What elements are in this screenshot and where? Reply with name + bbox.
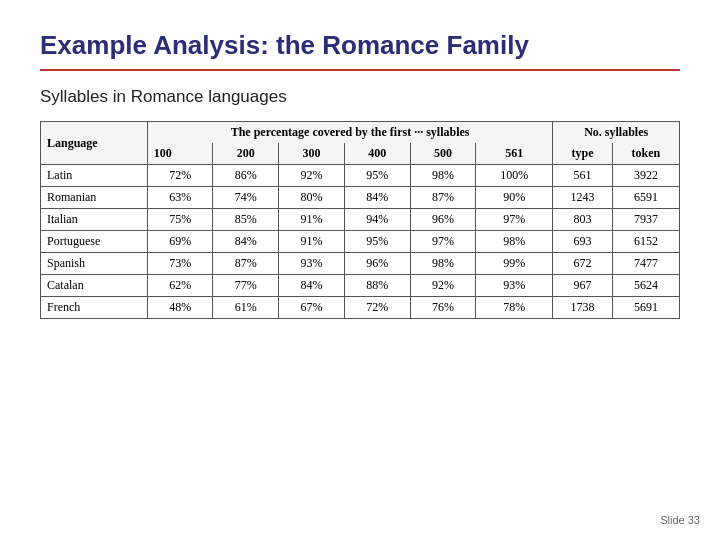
cell-c500: 97% <box>410 231 476 253</box>
cell-c561: 97% <box>476 209 553 231</box>
slide-number: Slide 33 <box>660 514 700 526</box>
cell-type: 803 <box>553 209 613 231</box>
cell-lang: Catalan <box>41 275 148 297</box>
cell-c100: 75% <box>147 209 213 231</box>
cell-c300: 91% <box>279 209 345 231</box>
cell-c561: 78% <box>476 297 553 319</box>
slide-subtitle: Syllables in Romance languages <box>40 87 680 107</box>
col-100-header: 100 <box>147 143 213 165</box>
cell-token: 6591 <box>612 187 679 209</box>
cell-c400: 95% <box>344 165 410 187</box>
cell-token: 5624 <box>612 275 679 297</box>
cell-c500: 96% <box>410 209 476 231</box>
col-400-header: 400 <box>344 143 410 165</box>
cell-lang: French <box>41 297 148 319</box>
cell-c400: 84% <box>344 187 410 209</box>
cell-c100: 73% <box>147 253 213 275</box>
slide-title: Example Analysis: the Romance Family <box>40 30 680 61</box>
cell-type: 561 <box>553 165 613 187</box>
cell-type: 1243 <box>553 187 613 209</box>
cell-lang: Italian <box>41 209 148 231</box>
cell-c561: 100% <box>476 165 553 187</box>
cell-c500: 92% <box>410 275 476 297</box>
table-row: Spanish73%87%93%96%98%99%6727477 <box>41 253 680 275</box>
cell-type: 1738 <box>553 297 613 319</box>
cell-c100: 72% <box>147 165 213 187</box>
cell-lang: Portuguese <box>41 231 148 253</box>
cell-token: 6152 <box>612 231 679 253</box>
cell-token: 3922 <box>612 165 679 187</box>
cell-c400: 94% <box>344 209 410 231</box>
cell-c561: 99% <box>476 253 553 275</box>
cell-c561: 93% <box>476 275 553 297</box>
cell-c100: 63% <box>147 187 213 209</box>
table-row: Catalan62%77%84%88%92%93%9675624 <box>41 275 680 297</box>
cell-type: 672 <box>553 253 613 275</box>
cell-lang: Latin <box>41 165 148 187</box>
cell-c100: 69% <box>147 231 213 253</box>
cell-type: 967 <box>553 275 613 297</box>
col-200-header: 200 <box>213 143 279 165</box>
cell-c400: 95% <box>344 231 410 253</box>
table-row: French48%61%67%72%76%78%17385691 <box>41 297 680 319</box>
cell-type: 693 <box>553 231 613 253</box>
cell-c300: 92% <box>279 165 345 187</box>
cell-c500: 76% <box>410 297 476 319</box>
cell-c100: 62% <box>147 275 213 297</box>
cell-c200: 84% <box>213 231 279 253</box>
cell-c561: 90% <box>476 187 553 209</box>
title-divider <box>40 69 680 71</box>
table-row: Portuguese69%84%91%95%97%98%6936152 <box>41 231 680 253</box>
col-300-header: 300 <box>279 143 345 165</box>
cell-lang: Spanish <box>41 253 148 275</box>
col-nosyllables-header: No. syllables <box>553 122 680 144</box>
cell-c200: 85% <box>213 209 279 231</box>
cell-c400: 96% <box>344 253 410 275</box>
cell-c561: 98% <box>476 231 553 253</box>
col-percentage-header: The percentage covered by the first ··· … <box>147 122 553 144</box>
slide-container: Example Analysis: the Romance Family Syl… <box>0 0 720 540</box>
table-body: Latin72%86%92%95%98%100%5613922Romanian6… <box>41 165 680 319</box>
col-500-header: 500 <box>410 143 476 165</box>
cell-token: 7937 <box>612 209 679 231</box>
col-type-header: type <box>553 143 613 165</box>
col-language-header: Language <box>41 122 148 165</box>
data-table: Language The percentage covered by the f… <box>40 121 680 319</box>
cell-c500: 98% <box>410 165 476 187</box>
cell-c200: 77% <box>213 275 279 297</box>
cell-c500: 87% <box>410 187 476 209</box>
cell-c400: 72% <box>344 297 410 319</box>
cell-token: 7477 <box>612 253 679 275</box>
cell-c200: 74% <box>213 187 279 209</box>
cell-c500: 98% <box>410 253 476 275</box>
cell-c200: 61% <box>213 297 279 319</box>
cell-token: 5691 <box>612 297 679 319</box>
cell-c300: 67% <box>279 297 345 319</box>
table-row: Italian75%85%91%94%96%97%8037937 <box>41 209 680 231</box>
cell-c400: 88% <box>344 275 410 297</box>
cell-c300: 80% <box>279 187 345 209</box>
cell-c300: 84% <box>279 275 345 297</box>
col-token-header: token <box>612 143 679 165</box>
table-row: Latin72%86%92%95%98%100%5613922 <box>41 165 680 187</box>
table-header-row-1: Language The percentage covered by the f… <box>41 122 680 144</box>
table-row: Romanian63%74%80%84%87%90%12436591 <box>41 187 680 209</box>
cell-c300: 91% <box>279 231 345 253</box>
cell-c100: 48% <box>147 297 213 319</box>
cell-lang: Romanian <box>41 187 148 209</box>
cell-c200: 86% <box>213 165 279 187</box>
cell-c300: 93% <box>279 253 345 275</box>
cell-c200: 87% <box>213 253 279 275</box>
col-561-header: 561 <box>476 143 553 165</box>
